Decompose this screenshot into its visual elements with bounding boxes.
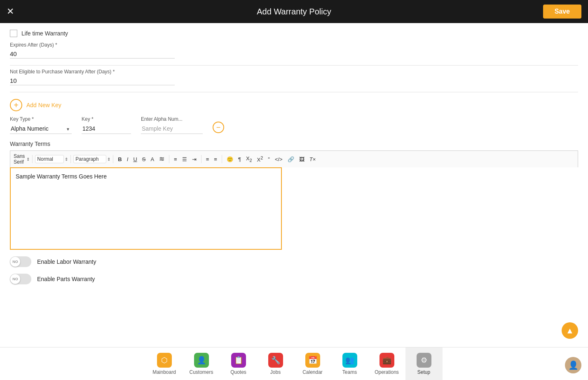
- strikethrough-button[interactable]: S: [140, 155, 148, 163]
- toggle-no-label: NO: [12, 260, 18, 264]
- enable-parts-row: NO Enable Parts Warranty: [10, 274, 578, 284]
- enable-parts-toggle[interactable]: NO: [10, 274, 31, 284]
- clear-format-button[interactable]: T×: [307, 155, 318, 163]
- superscript-button[interactable]: X2: [255, 155, 265, 164]
- app-header: ✕ Add Warranty Policy Save: [0, 0, 588, 23]
- toggle-thumb: NO: [10, 257, 20, 267]
- key-type-select-wrapper[interactable]: Alpha Numeric Numeric Alpha: [10, 124, 72, 134]
- indent-button[interactable]: ⇥: [190, 155, 199, 163]
- nav-item-operations[interactable]: 💼 Operations: [368, 347, 405, 380]
- key-input[interactable]: [82, 124, 131, 134]
- add-new-key-label[interactable]: Add New Key: [26, 102, 61, 108]
- expires-after-label: Expires After (Days) *: [10, 42, 578, 48]
- toggle-track: NO: [10, 256, 31, 267]
- nav-item-calendar[interactable]: 📅 Calendar: [294, 347, 331, 380]
- lifetime-warranty-row: Life time Warranty: [10, 30, 578, 37]
- toolbar-separator-5: [201, 155, 201, 163]
- ordered-list-button[interactable]: ≡: [172, 155, 179, 163]
- sample-key-field: Enter Alpha Num...: [141, 116, 203, 134]
- nav-item-teams[interactable]: 👥 Teams: [331, 347, 368, 380]
- link-button[interactable]: 🔗: [286, 155, 296, 163]
- quotes-label: Quotes: [230, 369, 246, 375]
- font-family-arrow: ⇕: [26, 157, 30, 162]
- editor-toolbar: SansSerif ⇕ Normal Small Large ⇕ Paragra…: [10, 150, 578, 167]
- operations-icon: 💼: [380, 353, 394, 368]
- mainboard-label: Mainboard: [152, 369, 176, 375]
- key-field: Key *: [82, 116, 131, 134]
- subscript-button[interactable]: X2: [244, 155, 254, 164]
- customers-icon: 👤: [194, 353, 209, 368]
- key-row: Key Type * Alpha Numeric Numeric Alpha K…: [10, 116, 578, 134]
- enable-parts-thumb: NO: [10, 274, 20, 284]
- align-center-button[interactable]: ≡: [212, 155, 219, 163]
- align-left-button[interactable]: ≡: [204, 155, 211, 163]
- not-eligible-label: Not Eligible to Purchase Warranty After …: [10, 69, 578, 75]
- user-avatar[interactable]: 👤: [565, 357, 581, 373]
- toolbar-separator-2: [70, 155, 71, 163]
- unordered-list-button[interactable]: ☰: [180, 155, 189, 163]
- warranty-terms-editor[interactable]: Sample Warranty Terms Goes Here: [10, 167, 282, 250]
- toolbar-separator-4: [169, 155, 169, 163]
- teams-label: Teams: [342, 369, 357, 375]
- add-key-circle-icon[interactable]: +: [10, 99, 22, 111]
- key-type-select[interactable]: Alpha Numeric Numeric Alpha: [10, 124, 72, 134]
- lifetime-warranty-label: Life time Warranty: [21, 30, 68, 37]
- italic-button[interactable]: I: [125, 155, 131, 163]
- sample-key-placeholder-label: Enter Alpha Num...: [141, 116, 203, 122]
- enable-labor-label: Enable Labor Warranty: [37, 258, 96, 265]
- add-new-key-row[interactable]: + Add New Key: [10, 99, 578, 111]
- enable-labor-toggle[interactable]: NO: [10, 256, 31, 267]
- calendar-label: Calendar: [302, 369, 323, 375]
- enable-labor-row: NO Enable Labor Warranty: [10, 256, 578, 267]
- bottom-navigation: ⬡ Mainboard 👤 Customers 📋 Quotes 🔧 Jobs …: [0, 347, 588, 380]
- nav-item-customers[interactable]: 👤 Customers: [183, 347, 220, 380]
- font-color-button[interactable]: A: [148, 155, 156, 163]
- enable-parts-track: NO: [10, 274, 31, 284]
- bold-button[interactable]: B: [116, 155, 124, 163]
- image-button[interactable]: 🖼: [297, 155, 307, 163]
- expires-after-group: Expires After (Days) *: [10, 42, 578, 59]
- page-title: Add Warranty Policy: [257, 7, 331, 16]
- highlight-button[interactable]: ≋: [157, 155, 166, 164]
- nav-item-mainboard[interactable]: ⬡ Mainboard: [146, 347, 183, 380]
- setup-label: Setup: [417, 369, 430, 375]
- expires-after-input[interactable]: [10, 49, 175, 59]
- paragraph-mark-button[interactable]: ¶: [236, 155, 243, 163]
- teams-icon: 👥: [342, 353, 357, 368]
- operations-label: Operations: [375, 369, 399, 375]
- toolbar-separator-1: [32, 155, 33, 163]
- size-arrows: ⇕: [65, 157, 68, 162]
- sample-key-input[interactable]: [141, 124, 203, 134]
- nav-item-jobs[interactable]: 🔧 Jobs: [257, 347, 294, 380]
- font-family-wrapper: SansSerif ⇕: [14, 153, 30, 165]
- save-button[interactable]: Save: [543, 5, 581, 19]
- code-button[interactable]: </>: [273, 155, 285, 163]
- lifetime-warranty-checkbox[interactable]: [10, 30, 17, 37]
- scroll-up-button[interactable]: ▲: [562, 322, 578, 339]
- quotes-icon: 📋: [231, 353, 246, 368]
- key-type-label: Key Type *: [10, 116, 72, 122]
- font-family-label: SansSerif: [14, 153, 25, 165]
- para-arrows: ⇕: [107, 157, 110, 162]
- font-size-select[interactable]: Normal Small Large: [35, 155, 64, 163]
- customers-label: Customers: [189, 369, 213, 375]
- toolbar-separator-3: [113, 155, 113, 163]
- emoji-button[interactable]: 🙂: [225, 155, 235, 163]
- nav-item-quotes[interactable]: 📋 Quotes: [220, 347, 257, 380]
- jobs-label: Jobs: [270, 369, 281, 375]
- enable-parts-label: Enable Parts Warranty: [37, 276, 95, 282]
- blockquote-button[interactable]: ": [266, 155, 272, 163]
- paragraph-select[interactable]: Paragraph Heading 1 Heading 2: [73, 155, 106, 163]
- remove-key-button[interactable]: −: [213, 122, 224, 133]
- jobs-icon: 🔧: [268, 353, 283, 368]
- setup-icon: ⚙: [417, 353, 431, 368]
- close-button[interactable]: ✕: [7, 7, 14, 16]
- not-eligible-input[interactable]: [10, 76, 175, 85]
- key-label: Key *: [82, 116, 131, 122]
- warranty-terms-content: Sample Warranty Terms Goes Here: [16, 173, 107, 180]
- main-content: Life time Warranty Expires After (Days) …: [0, 23, 588, 347]
- underline-button[interactable]: U: [131, 155, 139, 163]
- nav-item-setup[interactable]: ⚙ Setup: [405, 347, 443, 380]
- enable-parts-no-label: NO: [12, 277, 18, 281]
- warranty-terms-label: Warranty Terms: [10, 141, 578, 147]
